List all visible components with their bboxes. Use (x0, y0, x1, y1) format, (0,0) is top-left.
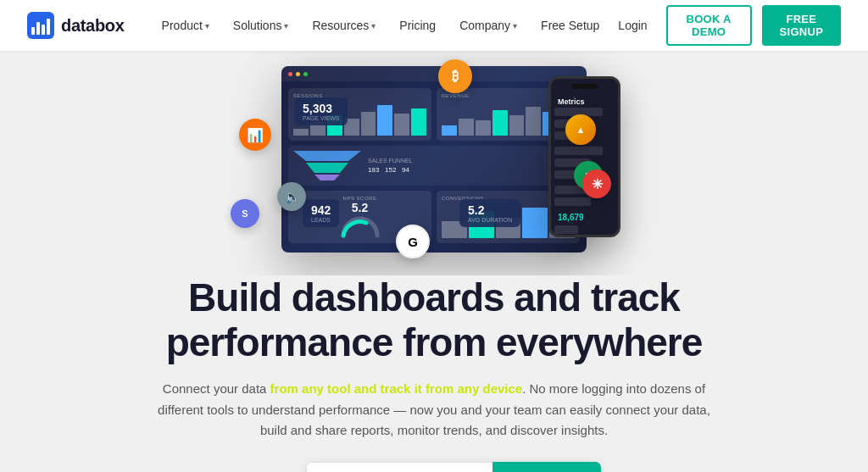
stat-942: 942 Leads (303, 199, 339, 227)
hero-section: Sessions Revenue (0, 51, 868, 472)
svg-rect-2 (36, 22, 40, 35)
hero-subtitle: Connect your data from any tool and trac… (154, 379, 714, 441)
email-input[interactable] (306, 462, 492, 472)
nav-links: Product ▾ Solutions ▾ Resources ▾ Pricin… (152, 12, 610, 39)
illustration-area: Sessions Revenue (0, 51, 868, 275)
nav-company[interactable]: Company ▾ (449, 12, 527, 39)
stripe-icon: S (231, 199, 259, 228)
svg-marker-6 (306, 163, 348, 173)
start-now-button[interactable]: Start now → (492, 462, 601, 472)
nav-free-setup[interactable]: Free Setup (531, 12, 609, 39)
svg-marker-7 (314, 175, 340, 180)
chevron-down-icon: ▾ (284, 21, 288, 31)
svg-rect-0 (27, 12, 54, 39)
nav-solutions[interactable]: Solutions ▾ (223, 12, 299, 39)
logo-icon (27, 12, 54, 39)
navbar: databox Product ▾ Solutions ▾ Resources … (0, 0, 868, 51)
google-icon: G (396, 225, 430, 258)
stat-5303: 5,303 Page Views (294, 97, 348, 125)
login-button[interactable]: Login (609, 14, 655, 37)
chevron-down-icon: ▾ (205, 21, 209, 31)
nav-pricing[interactable]: Pricing (389, 12, 446, 39)
mobile-screen: Metrics 18,679 (548, 76, 620, 237)
bitcoin-icon: ₿ (438, 59, 472, 93)
analytics-icon: ▲ (565, 114, 596, 145)
hero-title: Build dashboards and track performance f… (154, 275, 714, 365)
hero-text: Build dashboards and track performance f… (86, 275, 782, 462)
brand-name: databox (61, 16, 125, 36)
logo[interactable]: databox (27, 12, 125, 39)
svg-marker-5 (293, 151, 361, 161)
chart-icon: 📊 (239, 119, 271, 151)
chevron-down-icon: ▾ (513, 21, 517, 31)
speaker-icon: 🔈 (277, 182, 306, 211)
gauge-chart (339, 214, 381, 238)
nav-product[interactable]: Product ▾ (152, 12, 220, 39)
svg-rect-3 (42, 25, 45, 35)
arrow-hint-icon (267, 467, 301, 472)
stat-52: 5.2 Avg Duration (459, 199, 520, 227)
asterisk-icon: ✳ (582, 169, 611, 198)
nav-resources[interactable]: Resources ▾ (302, 12, 386, 39)
cta-area: Start now → (267, 462, 601, 472)
svg-rect-1 (31, 27, 35, 35)
nav-actions: Login BOOK A DEMO FREE SIGNUP (609, 5, 841, 46)
book-demo-button[interactable]: BOOK A DEMO (666, 5, 752, 46)
chevron-down-icon: ▾ (371, 21, 376, 31)
svg-rect-4 (47, 19, 50, 35)
email-input-wrapper: Start now → (306, 462, 601, 472)
free-signup-button[interactable]: FREE SIGNUP (762, 5, 841, 46)
funnel-chart (293, 151, 361, 180)
